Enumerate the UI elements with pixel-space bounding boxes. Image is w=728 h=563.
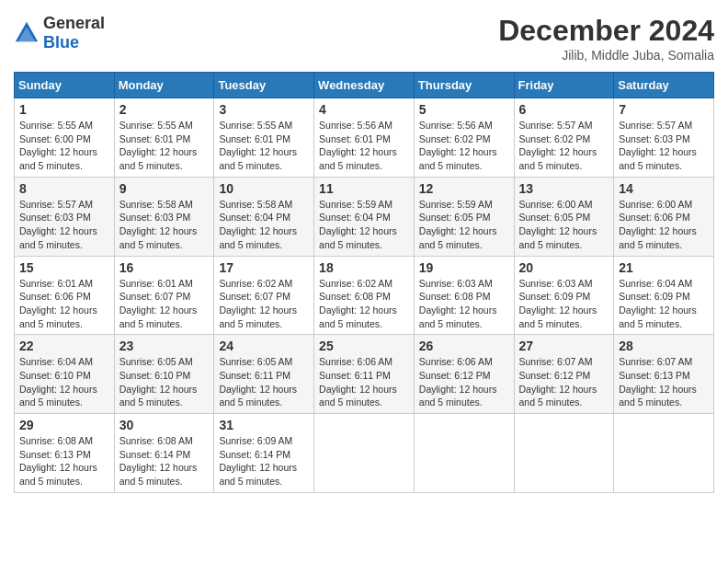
day-number: 16	[119, 260, 210, 275]
calendar-cell: 23 Sunrise: 6:05 AMSunset: 6:10 PMDaylig…	[114, 335, 214, 414]
day-info: Sunrise: 6:01 AMSunset: 6:07 PMDaylight:…	[119, 278, 198, 329]
day-info: Sunrise: 6:03 AMSunset: 6:09 PMDaylight:…	[519, 278, 597, 329]
calendar-cell: 15 Sunrise: 6:01 AMSunset: 6:06 PMDaylig…	[15, 256, 115, 335]
day-number: 24	[219, 339, 309, 353]
calendar-cell: 16 Sunrise: 6:01 AMSunset: 6:07 PMDaylig…	[114, 256, 214, 335]
calendar-cell: 20 Sunrise: 6:03 AMSunset: 6:09 PMDaylig…	[514, 256, 614, 335]
day-number: 8	[19, 181, 109, 196]
day-info: Sunrise: 6:02 AMSunset: 6:07 PMDaylight:…	[219, 278, 297, 329]
week-row-4: 22 Sunrise: 6:04 AMSunset: 6:10 PMDaylig…	[15, 335, 714, 414]
calendar-cell: 26 Sunrise: 6:06 AMSunset: 6:12 PMDaylig…	[414, 335, 514, 414]
calendar-cell: 10 Sunrise: 5:58 AMSunset: 6:04 PMDaylig…	[214, 177, 314, 256]
calendar-cell: 30 Sunrise: 6:08 AMSunset: 6:14 PMDaylig…	[114, 414, 214, 493]
weekday-header-tuesday: Tuesday	[214, 73, 314, 98]
day-number: 26	[419, 339, 509, 353]
calendar-cell	[314, 414, 415, 493]
day-number: 11	[319, 181, 409, 196]
day-number: 31	[219, 418, 309, 432]
weekday-header-thursday: Thursday	[414, 73, 514, 98]
calendar-cell: 8 Sunrise: 5:57 AMSunset: 6:03 PMDayligh…	[15, 177, 115, 256]
day-info: Sunrise: 6:08 AMSunset: 6:14 PMDaylight:…	[119, 435, 198, 487]
day-number: 4	[319, 102, 409, 117]
day-info: Sunrise: 6:07 AMSunset: 6:13 PMDaylight:…	[619, 356, 697, 408]
title-section: December 2024 Jilib, Middle Juba, Somali…	[498, 14, 714, 63]
day-info: Sunrise: 6:02 AMSunset: 6:08 PMDaylight:…	[319, 278, 397, 329]
day-number: 9	[119, 181, 210, 196]
calendar-cell: 4 Sunrise: 5:56 AMSunset: 6:01 PMDayligh…	[314, 98, 415, 178]
week-row-1: 1 Sunrise: 5:55 AMSunset: 6:00 PMDayligh…	[15, 98, 714, 178]
calendar-cell: 29 Sunrise: 6:08 AMSunset: 6:13 PMDaylig…	[15, 414, 115, 493]
calendar-cell: 1 Sunrise: 5:55 AMSunset: 6:00 PMDayligh…	[15, 98, 115, 178]
day-info: Sunrise: 5:59 AMSunset: 6:04 PMDaylight:…	[319, 199, 397, 250]
day-number: 2	[119, 102, 210, 117]
day-number: 3	[219, 102, 309, 117]
day-number: 15	[19, 260, 109, 275]
day-number: 30	[119, 418, 210, 432]
calendar-cell: 6 Sunrise: 5:57 AMSunset: 6:02 PMDayligh…	[514, 98, 614, 178]
weekday-header-monday: Monday	[114, 73, 214, 98]
weekday-header-saturday: Saturday	[614, 73, 714, 98]
day-number: 27	[519, 339, 609, 353]
day-number: 17	[219, 260, 309, 275]
day-info: Sunrise: 5:55 AMSunset: 6:01 PMDaylight:…	[119, 120, 198, 171]
day-info: Sunrise: 6:03 AMSunset: 6:08 PMDaylight:…	[419, 278, 497, 329]
logo: General Blue	[14, 14, 105, 52]
day-number: 29	[19, 418, 109, 432]
day-info: Sunrise: 6:06 AMSunset: 6:11 PMDaylight:…	[319, 356, 397, 408]
day-info: Sunrise: 5:59 AMSunset: 6:05 PMDaylight:…	[419, 199, 497, 250]
calendar-cell: 19 Sunrise: 6:03 AMSunset: 6:08 PMDaylig…	[414, 256, 514, 335]
calendar-cell: 22 Sunrise: 6:04 AMSunset: 6:10 PMDaylig…	[15, 335, 115, 414]
weekday-header-sunday: Sunday	[15, 73, 115, 98]
calendar-cell: 17 Sunrise: 6:02 AMSunset: 6:07 PMDaylig…	[214, 256, 314, 335]
calendar-cell	[414, 414, 514, 493]
day-info: Sunrise: 5:57 AMSunset: 6:03 PMDaylight:…	[19, 199, 97, 250]
calendar-table: SundayMondayTuesdayWednesdayThursdayFrid…	[14, 72, 714, 493]
day-info: Sunrise: 5:55 AMSunset: 6:00 PMDaylight:…	[19, 120, 97, 171]
day-info: Sunrise: 5:56 AMSunset: 6:02 PMDaylight:…	[419, 120, 497, 171]
day-number: 19	[419, 260, 509, 275]
day-info: Sunrise: 6:07 AMSunset: 6:12 PMDaylight:…	[519, 356, 597, 408]
day-number: 28	[619, 339, 709, 353]
calendar-cell: 31 Sunrise: 6:09 AMSunset: 6:14 PMDaylig…	[214, 414, 314, 493]
header-row: SundayMondayTuesdayWednesdayThursdayFrid…	[15, 73, 714, 98]
calendar-cell: 13 Sunrise: 6:00 AMSunset: 6:05 PMDaylig…	[514, 177, 614, 256]
day-info: Sunrise: 5:58 AMSunset: 6:03 PMDaylight:…	[119, 199, 198, 250]
logo-blue: Blue	[43, 33, 79, 52]
calendar-cell: 27 Sunrise: 6:07 AMSunset: 6:12 PMDaylig…	[514, 335, 614, 414]
logo-icon	[14, 20, 40, 46]
day-number: 18	[319, 260, 409, 275]
day-info: Sunrise: 6:04 AMSunset: 6:10 PMDaylight:…	[19, 356, 97, 408]
day-info: Sunrise: 6:04 AMSunset: 6:09 PMDaylight:…	[619, 278, 697, 329]
day-number: 6	[519, 102, 609, 117]
day-info: Sunrise: 6:09 AMSunset: 6:14 PMDaylight:…	[219, 435, 297, 487]
day-info: Sunrise: 6:00 AMSunset: 6:05 PMDaylight:…	[519, 199, 597, 250]
day-info: Sunrise: 6:05 AMSunset: 6:10 PMDaylight:…	[119, 356, 198, 408]
day-info: Sunrise: 5:58 AMSunset: 6:04 PMDaylight:…	[219, 199, 297, 250]
calendar-cell: 3 Sunrise: 5:55 AMSunset: 6:01 PMDayligh…	[214, 98, 314, 178]
day-info: Sunrise: 5:57 AMSunset: 6:02 PMDaylight:…	[519, 120, 597, 171]
day-number: 5	[419, 102, 509, 117]
day-number: 10	[219, 181, 309, 196]
day-info: Sunrise: 5:57 AMSunset: 6:03 PMDaylight:…	[619, 120, 697, 171]
calendar-cell: 21 Sunrise: 6:04 AMSunset: 6:09 PMDaylig…	[614, 256, 714, 335]
calendar-cell	[514, 414, 614, 493]
day-info: Sunrise: 6:00 AMSunset: 6:06 PMDaylight:…	[619, 199, 697, 250]
day-number: 21	[619, 260, 709, 275]
day-number: 1	[19, 102, 109, 117]
calendar-cell: 2 Sunrise: 5:55 AMSunset: 6:01 PMDayligh…	[114, 98, 214, 178]
day-info: Sunrise: 6:05 AMSunset: 6:11 PMDaylight:…	[219, 356, 297, 408]
day-number: 23	[119, 339, 210, 353]
week-row-3: 15 Sunrise: 6:01 AMSunset: 6:06 PMDaylig…	[15, 256, 714, 335]
calendar-cell: 18 Sunrise: 6:02 AMSunset: 6:08 PMDaylig…	[314, 256, 415, 335]
day-number: 20	[519, 260, 609, 275]
day-info: Sunrise: 6:01 AMSunset: 6:06 PMDaylight:…	[19, 278, 97, 329]
day-number: 22	[19, 339, 109, 353]
calendar-cell: 14 Sunrise: 6:00 AMSunset: 6:06 PMDaylig…	[614, 177, 714, 256]
day-number: 14	[619, 181, 709, 196]
day-info: Sunrise: 6:08 AMSunset: 6:13 PMDaylight:…	[19, 435, 97, 487]
calendar-cell	[614, 414, 714, 493]
day-number: 13	[519, 181, 609, 196]
calendar-cell: 7 Sunrise: 5:57 AMSunset: 6:03 PMDayligh…	[614, 98, 714, 178]
day-number: 25	[319, 339, 409, 353]
calendar-cell: 24 Sunrise: 6:05 AMSunset: 6:11 PMDaylig…	[214, 335, 314, 414]
